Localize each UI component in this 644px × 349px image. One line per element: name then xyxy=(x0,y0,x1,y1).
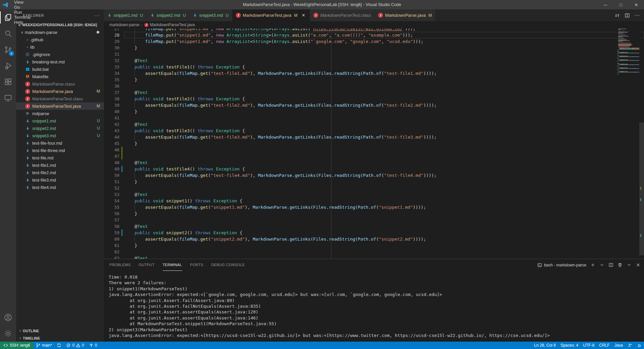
git-branch-status[interactable]: main* xyxy=(34,342,55,349)
split-icon[interactable] xyxy=(608,262,613,267)
chevron-up-icon[interactable] xyxy=(627,262,632,267)
more-actions-icon[interactable]: ⋯ xyxy=(635,12,640,18)
trash-icon[interactable] xyxy=(618,262,623,267)
menu-run[interactable]: Run xyxy=(11,10,35,15)
sidebar-item-snippet1-md[interactable]: snippet1.mdU xyxy=(16,117,104,124)
code-line-59[interactable]: 59 public void snippet2() throws Excepti… xyxy=(104,230,616,236)
code-line-54[interactable]: 54 public void snippet1() throws Excepti… xyxy=(104,198,616,204)
notifications-button[interactable] xyxy=(635,342,644,349)
panel-tab-debug-console[interactable]: DEBUG CONSOLE xyxy=(211,259,245,271)
code-line-60[interactable]: 60 assertEquals(fileMap.get("snippet2.md… xyxy=(104,236,616,242)
sidebar-item-test-file-three-md[interactable]: test-file-three.md xyxy=(16,147,104,154)
tab-snippet2-md[interactable]: snippet2.mdU xyxy=(147,9,190,21)
panel-tab-terminal[interactable]: TERMINAL xyxy=(163,259,182,271)
sidebar-item-test-file-md[interactable]: test-file.md xyxy=(16,154,104,161)
activitybar-run-debug[interactable] xyxy=(0,58,16,74)
breadcrumb-file[interactable]: MarkdownParseTest.java xyxy=(150,22,195,27)
chevron-down-icon[interactable] xyxy=(599,262,604,267)
tab-markdownparsetest-java[interactable]: JMarkdownParseTest.javaM✕ xyxy=(232,9,310,21)
sidebar-item-snippet2-md[interactable]: snippet2.mdU xyxy=(16,124,104,132)
sidebar-item-makefile[interactable]: MMakefile xyxy=(16,73,104,80)
sidebar-section-outline[interactable]: ›OUTLINE xyxy=(16,327,104,334)
activitybar-accounts[interactable] xyxy=(0,309,16,326)
code-line-35[interactable]: 35 } xyxy=(104,77,616,83)
code-line-51[interactable]: 51 } xyxy=(104,179,616,185)
code-line-62[interactable]: 62 xyxy=(104,249,616,255)
sidebar-item-mdparse[interactable]: mdparse xyxy=(16,110,104,117)
code-line-50[interactable]: 50 assertEquals(fileMap.get("test-file4.… xyxy=(104,172,616,179)
code-line-48[interactable]: 48 @Test xyxy=(104,159,616,166)
activitybar-settings[interactable] xyxy=(0,326,16,342)
breadcrumb-folder[interactable]: markdown-parse xyxy=(109,22,139,27)
breadcrumb[interactable]: markdown-parse › J MarkdownParseTest.jav… xyxy=(104,21,644,29)
sidebar-item-test-file2-md[interactable]: test-file2.md xyxy=(16,169,104,176)
eol-sequence[interactable]: CRLF xyxy=(597,342,612,349)
sidebar-item-markdownparsetest-java[interactable]: JMarkdownParseTest.javaM xyxy=(16,102,104,110)
sidebar-item-breaking-test-md[interactable]: breaking-test.md xyxy=(16,58,104,65)
tab-close-icon[interactable]: ✕ xyxy=(301,13,306,18)
activitybar-source-control[interactable]: 8 xyxy=(0,42,16,58)
sidebar-item-markdownparse-java[interactable]: JMarkdownParse.javaM xyxy=(16,88,104,95)
code-editor[interactable]: 27 fileMap.put("snippet3.md", new ArrayL… xyxy=(104,29,644,259)
code-line-45[interactable]: 45 } xyxy=(104,140,616,147)
sidebar-folder-markdown-parse[interactable]: ∨markdown-parse xyxy=(16,29,104,36)
code-line-37[interactable]: 37 @Test xyxy=(104,89,616,96)
sidebar-item-test-file1-md[interactable]: test-file1.md xyxy=(16,161,104,169)
code-line-53[interactable]: 53 @Test xyxy=(104,191,616,198)
sidebar-item-snippet3-md[interactable]: snippet3.mdU xyxy=(16,132,104,139)
code-line-55[interactable]: 55 assertEquals(fileMap.get("snippet1.md… xyxy=(104,204,616,210)
code-line-28[interactable]: 28 fileMap.put("snippet2.md", new ArrayL… xyxy=(104,32,616,38)
code-line-61[interactable]: 61 } xyxy=(104,242,616,249)
menu-view[interactable]: View xyxy=(11,0,35,5)
panel-tab-problems[interactable]: PROBLEMS xyxy=(109,259,131,271)
code-line-44[interactable]: 44 assertEquals(fileMap.get("test-file3.… xyxy=(104,134,616,140)
minimize-button[interactable]: ─ xyxy=(598,0,613,9)
activitybar-search[interactable] xyxy=(0,26,16,42)
terminal-picker[interactable]: bash - markdown-parse xyxy=(537,263,586,267)
code-line-29[interactable]: 29 fileMap.put("snippet1.md", new ArrayL… xyxy=(104,38,616,45)
sidebar-folder--github[interactable]: ›.github xyxy=(16,36,104,43)
activitybar-extensions[interactable] xyxy=(0,74,16,90)
code-line-63[interactable]: 63 @Test xyxy=(104,255,616,259)
maximize-button[interactable]: □ xyxy=(613,0,629,9)
code-line-57[interactable]: 57 xyxy=(104,217,616,223)
sidebar-item-markdownparse-class[interactable]: JMarkdownParse.class xyxy=(16,80,104,88)
sidebar-item-test-file3-md[interactable]: test-file3.md xyxy=(16,176,104,184)
tab-markdownparsetest-class[interactable]: JMarkdownParseTest.class xyxy=(310,9,375,21)
cursor-position[interactable]: Ln 28, Col 8 xyxy=(532,342,558,349)
code-line-42[interactable]: 42 @Test xyxy=(104,121,616,128)
sidebar-item-test-file-four-md[interactable]: test-file-four.md xyxy=(16,139,104,147)
code-line-36[interactable]: 36 xyxy=(104,83,616,89)
plus-icon[interactable] xyxy=(590,262,595,267)
sidebar-item-markdownparsetest-class[interactable]: JMarkdownParseTest.class xyxy=(16,95,104,102)
terminal-output[interactable]: Time: 0.018There were 2 failures:1) snip… xyxy=(104,271,644,338)
explorer-more-actions-icon[interactable]: ··· xyxy=(94,13,100,18)
tab-snippet3-md[interactable]: snippet3.mdU xyxy=(190,9,232,21)
menu-go[interactable]: Go xyxy=(11,5,35,10)
remote-indicator[interactable]: SSH: ieng6 xyxy=(0,342,34,349)
code-line-58[interactable]: 58 @Test xyxy=(104,223,616,230)
sidebar-section-timeline[interactable]: ›TIMELINE xyxy=(16,334,104,342)
code-line-52[interactable]: 52 xyxy=(104,185,616,191)
encoding[interactable]: UTF-8 xyxy=(581,342,597,349)
ports-status[interactable]: 0 xyxy=(87,342,100,349)
menu-terminal[interactable]: Terminal xyxy=(11,15,35,20)
tab-snippet1-md[interactable]: snippet1.mdU xyxy=(104,9,147,21)
code-line-31[interactable]: 31 xyxy=(104,51,616,57)
language-mode[interactable]: Java xyxy=(612,342,625,349)
panel-tab-ports[interactable]: PORTS xyxy=(190,259,203,271)
panel-tab-output[interactable]: OUTPUT xyxy=(139,259,155,271)
code-line-40[interactable]: 40 } xyxy=(104,108,616,115)
sidebar-folder-lib[interactable]: ›lib xyxy=(16,43,104,51)
editor-scrollbar[interactable] xyxy=(639,122,644,255)
code-line-33[interactable]: 33 public void testFile1() throws Except… xyxy=(104,64,616,70)
menu-help[interactable]: Help xyxy=(11,20,35,25)
close-button[interactable]: ✕ xyxy=(629,0,644,9)
sidebar-item-test-file4-md[interactable]: test-file4.md xyxy=(16,184,104,191)
indentation[interactable]: Spaces: 4 xyxy=(558,342,581,349)
sidebar-item-build-bat[interactable]: build.bat xyxy=(16,65,104,73)
sync-status[interactable] xyxy=(54,342,64,349)
code-line-39[interactable]: 39 assertEquals(fileMap.get("test-file2.… xyxy=(104,102,616,108)
code-line-34[interactable]: 34 assertEquals(fileMap.get("test-file1.… xyxy=(104,70,616,77)
code-line-32[interactable]: 32 @Test xyxy=(104,57,616,64)
